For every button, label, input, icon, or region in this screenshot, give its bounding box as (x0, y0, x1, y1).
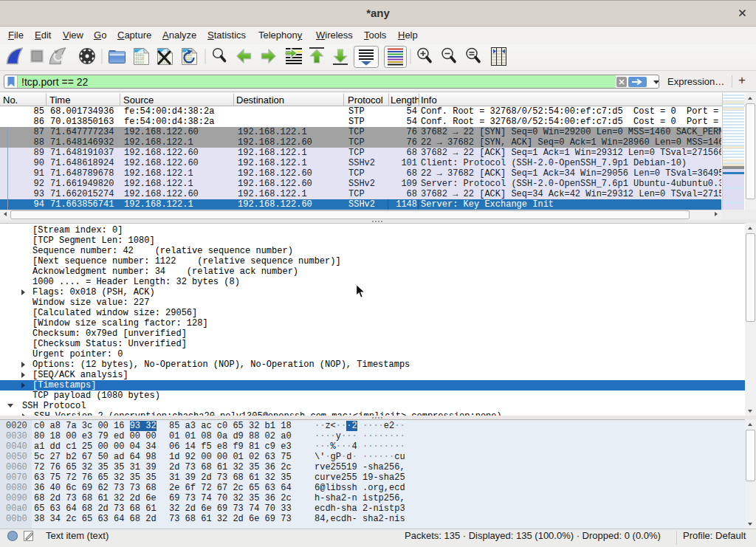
svg-text:0111: 0111 (135, 61, 144, 65)
